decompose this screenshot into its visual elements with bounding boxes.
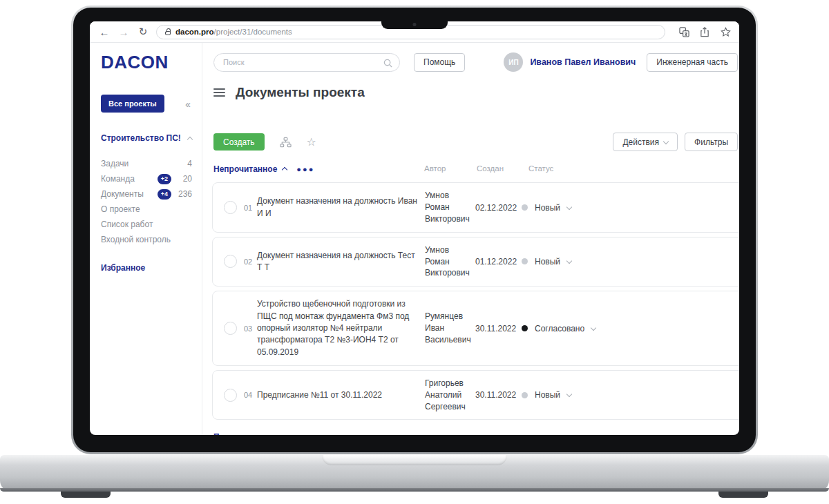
help-button[interactable]: Помощь [414,53,465,72]
sidebar-item-team[interactable]: Команда +2 20 [101,171,192,186]
menu-icon[interactable] [213,85,225,100]
title-bar: Документы проекта [213,85,738,100]
share-icon[interactable] [699,26,710,37]
sidebar-item-label: Задачи [101,159,128,168]
project-title[interactable]: Строительство ПС! [101,133,181,143]
document-title[interactable]: Устройство щебеночной подготовки из ПЩС … [257,298,425,358]
chevron-down-icon [663,139,669,144]
sidebar-item-badge: +4 [158,189,171,200]
status-dot [522,325,528,331]
stage: ← → ↻ dacon.pro /project/31/documents [0,0,829,504]
status-dropdown[interactable]: Новый [522,257,739,266]
favorite-star-icon[interactable]: ☆ [307,137,316,148]
main-content: Помощь ИП Иванов Павел Иванович Инженерн… [202,43,739,435]
sidebar-item-incoming-control[interactable]: Входной контроль [101,232,192,247]
sidebar-item-label: О проекте [101,204,140,214]
sidebar-item-favorites[interactable]: Избранное [101,263,192,273]
status-label: Новый [535,257,560,266]
document-author: Умнов Роман Викторович [425,244,475,279]
laptop-base-groove [322,455,507,465]
all-projects-button[interactable]: Все проекты [101,95,164,113]
back-icon[interactable]: ← [98,26,111,38]
status-dot [522,258,528,264]
sidebar-item-worklist[interactable]: Список работ [101,217,192,232]
section-other-header: Прочее ●●● [213,432,738,435]
search-input[interactable] [213,53,400,72]
documents-list: 01 Документ назначения на должность Иван… [212,182,739,420]
camera-notch [381,21,448,29]
filters-button[interactable]: Фильтры [685,133,738,151]
collapse-sidebar-icon[interactable]: ‹‹ [185,98,192,110]
bookmark-star-icon[interactable] [720,26,731,37]
laptop-bezel: ← → ↻ dacon.pro /project/31/documents [73,8,756,452]
sidebar-item-label: Входной контроль [101,235,171,244]
section-other-toggle[interactable]: Прочее [213,432,253,435]
chevron-down-icon [248,434,254,435]
avatar[interactable]: ИП [504,52,523,72]
app-shell: DACON Все проекты ‹‹ Строительство ПС! З… [90,43,739,435]
browser-window: ← → ↻ dacon.pro /project/31/documents [90,21,739,435]
document-date: 02.12.2022 [475,203,522,213]
document-date: 01.12.2022 [475,257,522,266]
sidebar-item-documents[interactable]: Документы +4 236 [101,186,192,202]
row-checkbox[interactable] [224,389,237,402]
page-title: Документы проекта [236,85,365,100]
chevron-down-icon [566,204,572,209]
top-bar: Помощь ИП Иванов Павел Иванович Инженерн… [213,52,738,72]
laptop-screen-frame: ← → ↻ dacon.pro /project/31/documents [71,6,758,454]
document-row[interactable]: 04 Предписание №11 от 30.11.2022 Григорь… [212,370,739,420]
user-name[interactable]: Иванов Павел Иванович [530,57,636,67]
status-dot [522,392,528,398]
section-menu-icon[interactable]: ●●● [263,433,280,435]
project-section-header[interactable]: Строительство ПС! [101,133,192,143]
actions-button[interactable]: Действия [613,133,678,151]
row-checkbox[interactable] [224,255,237,268]
document-author: Румянцев Иван Васильевич [425,311,475,345]
create-button[interactable]: Создать [213,133,265,151]
role-button[interactable]: Инженерная часть [647,53,738,72]
document-title[interactable]: Предписание №11 от 30.11.2022 [257,389,425,401]
section-unread-toggle[interactable]: Непрочитанное [213,164,287,174]
section-menu-icon[interactable]: ●●● [296,165,314,173]
sidebar-item-about[interactable]: О проекте [101,202,192,217]
chevron-down-icon [566,258,572,264]
document-row[interactable]: 03 Устройство щебеночной подготовки из П… [212,291,739,366]
url-path: /project/31/documents [214,28,292,36]
document-row[interactable]: 01 Документ назначения на должность Иван… [212,182,739,232]
status-label: Новый [535,203,560,213]
sidebar-item-count: 20 [175,174,192,184]
sidebar-item-badge: +2 [158,174,171,184]
document-author: Умнов Роман Викторович [425,190,475,224]
document-author: Григорьев Анатолий Сергеевич [425,378,475,412]
status-label: Согласовано [535,324,584,333]
chevron-up-icon [187,136,193,142]
sidebar-item-label: Документы [101,189,144,199]
column-status: Статус [528,164,553,173]
section-label: Прочее [213,432,243,435]
sidebar-item-count: 236 [175,189,192,199]
section-unread-label: Непрочитанное [213,164,277,174]
sidebar-nav: Задачи 4 Команда +2 20 Документы [101,156,192,247]
chevron-down-icon [591,324,596,330]
row-checkbox[interactable] [224,201,237,214]
document-row[interactable]: 02 Документ назначения на должность Тест… [212,237,739,287]
status-dropdown[interactable]: Согласовано [522,324,739,333]
status-dot [522,204,528,211]
document-date: 30.11.2022 [475,390,522,400]
sidebar-item-tasks[interactable]: Задачи 4 [101,156,192,171]
status-dropdown[interactable]: Новый [522,390,739,400]
reload-icon[interactable]: ↻ [137,26,149,38]
document-title[interactable]: Документ назначения на должность Тест Т … [257,250,425,274]
row-checkbox[interactable] [224,322,237,335]
translate-icon[interactable] [678,26,689,37]
chevron-up-icon [282,167,287,173]
laptop-base [0,455,829,492]
forward-icon[interactable]: → [117,26,130,38]
status-dropdown[interactable]: Новый [522,203,739,213]
document-title[interactable]: Документ назначения на должность Иван И … [257,195,425,220]
laptop-base-edge [0,488,829,492]
sidebar: DACON Все проекты ‹‹ Строительство ПС! З… [90,43,202,435]
hierarchy-icon[interactable] [280,137,292,148]
row-number: 03 [238,324,257,333]
user-area: ИП Иванов Павел Иванович Инженерная част… [504,52,738,72]
